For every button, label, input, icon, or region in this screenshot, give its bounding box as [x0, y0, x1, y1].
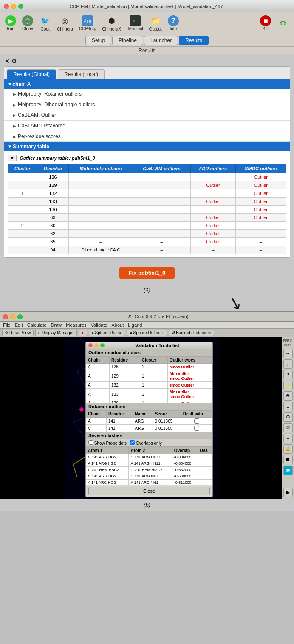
cablam-disfavored-section[interactable]: ▶ CaBLAM: Disfavored	[4, 121, 290, 131]
list-item: 0.011365	[153, 418, 181, 425]
coot-minimize-button[interactable]	[10, 314, 15, 319]
results-tab[interactable]: Results	[179, 36, 209, 45]
dialog-minimize-dot[interactable]	[94, 343, 99, 347]
info-button[interactable]: ? Info	[166, 14, 181, 32]
results-panel: Results (Global) Results (Local) ▾ chain…	[4, 66, 290, 258]
results-local-tab[interactable]: Results (Local)	[58, 69, 105, 79]
rrc-label: R/RCMap	[283, 339, 293, 347]
col-residue: Residue	[37, 164, 69, 173]
sidebar-btn-1[interactable]: ↔	[283, 349, 293, 358]
setup-tab[interactable]: Setup	[85, 36, 111, 45]
sidebar-btn-11[interactable]: ◼	[283, 455, 293, 464]
clashes-scroll[interactable]: Atom 1 Atom 2 Overlap Dea C 141 ARG HG2 …	[86, 447, 212, 485]
sidebar-btn-10[interactable]: 🔒	[283, 444, 293, 454]
maximize-button[interactable]	[18, 4, 23, 9]
dealt-checkbox[interactable]	[194, 426, 199, 431]
menu-calculate[interactable]: Calculate	[27, 322, 47, 328]
chimeraX-button[interactable]: ⬢ ChimeraX	[100, 14, 123, 32]
table-row: –	[69, 230, 133, 238]
settings-icon[interactable]: ⚙	[11, 58, 17, 65]
table-row: –	[133, 246, 191, 254]
dialog-maximize-dot[interactable]	[100, 343, 105, 347]
menu-about[interactable]: About	[111, 322, 124, 328]
menu-validate[interactable]: Validate	[91, 322, 107, 328]
molprobity-dihedral-section[interactable]: ▶ Molprobity: Dihedral angle outliers	[4, 99, 290, 110]
molprobity-rotamer-section[interactable]: ▶ Molprobity: Rotamer outliers	[4, 89, 290, 99]
dealt-checkbox[interactable]	[194, 418, 199, 424]
chimera-button[interactable]: ◎ Chimera	[55, 14, 75, 32]
coot-maximize-button[interactable]	[17, 314, 23, 319]
menu-measures[interactable]: Measures	[66, 322, 86, 328]
sphere-icon-button[interactable]: ●	[79, 330, 87, 336]
sidebar-btn-9[interactable]: +	[283, 434, 293, 443]
list-item: -0.662000	[172, 467, 198, 473]
minimize-button[interactable]	[11, 4, 16, 9]
launcher-tab[interactable]: Launcher	[144, 36, 178, 45]
coot-button[interactable]: 🐦 Coot	[37, 14, 53, 32]
sidebar-btn-7[interactable]: ⚙	[283, 412, 293, 422]
cablam-outlier-section[interactable]: ▶ CaBLAM: Outlier	[4, 110, 290, 121]
outlier-table-scroll[interactable]: Chain Residue Cluster Outlier types A 12…	[86, 356, 212, 403]
terminal-button[interactable]: >_ Terminal	[125, 14, 145, 32]
table-row: 63	[37, 214, 69, 222]
table-row: Outlier	[191, 214, 235, 222]
table-row: 94	[37, 246, 69, 254]
sidebar-btn-8[interactable]: ☢	[283, 423, 293, 432]
sidebar-btn-3[interactable]: ?	[283, 370, 293, 379]
sidebar-btn-6[interactable]: ≡	[283, 402, 293, 411]
ccp4mg-button[interactable]: 4m CCP4mg	[77, 14, 99, 32]
menu-draw[interactable]: Draw	[51, 322, 62, 328]
close-x-icon[interactable]: ✕	[5, 58, 10, 65]
reset-view-button[interactable]: ⟳ Reset View	[2, 330, 34, 336]
dialog-close-button[interactable]: Close	[88, 487, 210, 495]
table-row: 132	[37, 189, 69, 198]
display-manager-button[interactable]: □ Display Manager	[35, 330, 76, 336]
sphere-refine-button[interactable]: ● Sphere Refine	[89, 330, 125, 336]
overlaps-checkbox[interactable]	[130, 440, 135, 445]
table-row: –	[133, 173, 191, 181]
sidebar-btn-2[interactable]: ↕	[283, 359, 293, 369]
table-row: Outlier	[235, 198, 286, 206]
dialog-close-dot[interactable]	[88, 343, 93, 347]
output-button[interactable]: 📁 Output	[147, 14, 164, 32]
menu-edit[interactable]: Edit	[15, 322, 23, 328]
extra-icon-button[interactable]: ⚙	[275, 17, 291, 30]
show-probe-checkbox[interactable]	[88, 440, 93, 445]
sidebar-btn-arrow[interactable]: ▶	[283, 488, 293, 497]
sidebar-btn-5[interactable]: ⊕	[283, 391, 293, 401]
chain-a-header[interactable]: ▾ chain A	[4, 79, 290, 89]
section-arrow: ▶	[13, 102, 16, 107]
table-row: 133	[37, 198, 69, 206]
display-icon: □	[38, 330, 41, 335]
content-area: ✕ ⚙ Results (Global) Results (Local) ▾ c…	[0, 54, 294, 261]
list-item: C 141 ARG NH1	[129, 473, 172, 480]
table-row: Outlier	[235, 181, 286, 189]
list-item: ARG	[133, 425, 153, 432]
sphere-refine-plus-button[interactable]: ● Sphere Refine +	[127, 330, 167, 336]
result-tabs: Results (Global) Results (Local)	[4, 67, 290, 79]
menu-ligand[interactable]: Ligand	[128, 322, 142, 328]
results-global-tab[interactable]: Results (Global)	[7, 69, 56, 79]
table-row: –	[133, 238, 191, 246]
fix-button[interactable]: Fix pdb5ni1_0	[119, 267, 175, 279]
sidebar-btn-4[interactable]: ⚡	[283, 381, 293, 390]
per-residue-scores-section[interactable]: ▶ Per-residue scores	[4, 131, 290, 142]
coot-close-button[interactable]	[3, 314, 8, 319]
table-scroll[interactable]: Cluster Residue Molprobity outliers CaBL…	[8, 164, 286, 254]
coot-menubar: File Edit Calculate Draw Measures Valida…	[0, 322, 294, 329]
sphere-refine-icon: ●	[92, 330, 94, 335]
list-item: D 201 HEM HMC2	[129, 467, 172, 473]
col-atom2: Atom 2	[129, 447, 172, 454]
pipeline-tab[interactable]: Pipeline	[112, 36, 143, 45]
sidebar-btn-12[interactable]: ◉	[283, 466, 293, 475]
kill-button[interactable]: ⏹ Kill	[258, 14, 273, 32]
run-button[interactable]: ▶ Run	[3, 14, 18, 32]
panel-b: ✗ Coot 0.9.2-pre EL(ccpem) File Edit Cal…	[0, 312, 294, 499]
clone-button[interactable]: ⬡ Clone	[20, 14, 35, 32]
table-row: 60	[37, 222, 69, 230]
menu-file[interactable]: File	[3, 322, 11, 328]
close-button[interactable]	[4, 4, 9, 9]
backrub-rotamers-button[interactable]: ↺ Backrub Rotamers	[169, 330, 214, 336]
list-item: smoc Outlier	[167, 382, 212, 389]
summary-table-header[interactable]: ▾ Summary table	[4, 142, 290, 151]
